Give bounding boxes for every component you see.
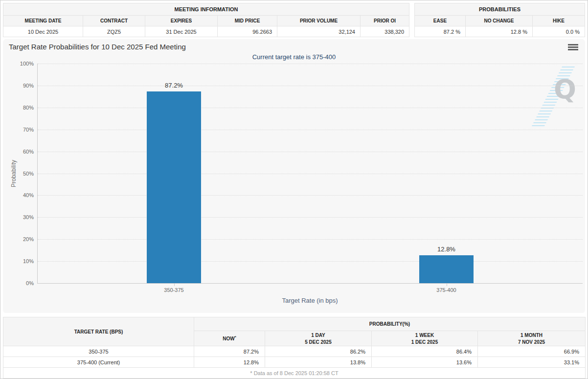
meeting-date-header: MEETING DATE [3,16,83,26]
now-column-header: NOW* [194,331,265,346]
history-table: TARGET RATE (BPS) PROBABILITY(%) NOW* 1 … [3,317,586,379]
meeting-date-value: 10 Dec 2025 [3,26,83,37]
hamburger-bar [568,44,578,45]
y-gridline [38,152,583,152]
fedwatch-page: MEETING INFORMATION MEETING DATE CONTRAC… [0,0,588,379]
y-gridline [38,261,583,262]
probabilities-title-row: PROBABILITIES [414,3,585,16]
plot-area: 0%10%20%30%40%50%60%70%80%90%100%87.2%35… [37,64,583,284]
prior-oi-value: 338,320 [361,26,409,37]
x-axis-tick [174,284,175,286]
chart-title: Target Rate Probabilities for 10 Dec 202… [9,43,186,51]
expires-value: 31 Dec 2025 [145,26,218,37]
y-axis-tick-label: 90% [5,83,34,89]
prior-volume-value: 32,124 [277,26,361,37]
y-axis-tick-label: 30% [5,214,34,220]
x-axis-tick-label: 350-375 [142,287,206,293]
bar-value-label: 87.2% [150,82,199,89]
hike-header: HIKE [532,16,585,26]
no-change-header: NO CHANGE [465,16,532,26]
one-month-label: 1 MONTH [520,333,543,338]
contract-value: ZQZ5 [83,26,145,37]
hike-value: 0.0 % [532,26,585,37]
contract-header: CONTRACT [83,16,145,26]
y-axis-tick-label: 40% [5,192,34,198]
y-axis-tick-label: 10% [5,258,34,264]
ease-header: EASE [414,16,465,26]
one-week-probability: 86.4% [372,346,478,357]
probability-chart-card: Target Rate Probabilities for 10 Dec 202… [3,39,585,313]
y-axis-tick-label: 80% [5,105,34,111]
probabilities-data-row: 87.2 % 12.8 % 0.0 % [414,26,585,37]
meeting-info-header-row: MEETING DATE CONTRACT EXPIRES MID PRICE … [3,16,409,26]
rate-range-label: 350-375 [3,346,194,357]
y-gridline [38,217,583,218]
chart-subtitle: Current target rate is 375-400 [3,53,585,61]
y-gridline [38,239,583,240]
one-month-date: 7 NOV 2025 [478,339,585,346]
one-week-probability: 13.6% [372,357,478,368]
hamburger-bar [568,49,578,50]
one-day-probability: 13.8% [265,357,372,368]
history-group-header-row: TARGET RATE (BPS) PROBABILITY(%) [3,317,586,331]
y-axis-tick-label: 70% [5,127,34,133]
top-summary-row: MEETING INFORMATION MEETING DATE CONTRAC… [3,3,585,37]
one-month-column-header: 1 MONTH7 NOV 2025 [478,331,586,346]
y-axis-tick-label: 0% [5,280,34,286]
y-gridline [38,86,583,86]
meeting-info-table: MEETING INFORMATION MEETING DATE CONTRAC… [3,3,409,37]
history-footnote-row: * Data as of 8 Dec 2025 01:20:58 CT [3,368,586,379]
data-as-of-note: * Data as of 8 Dec 2025 01:20:58 CT [3,368,586,379]
y-axis-tick-label: 60% [5,149,34,155]
no-change-value: 12.8 % [465,26,532,37]
now-probability: 12.8% [194,357,265,368]
expires-header: EXPIRES [145,16,218,26]
meeting-info-title-row: MEETING INFORMATION [3,3,409,16]
chart-menu-icon[interactable] [568,44,578,52]
x-axis-tick [447,284,447,286]
y-gridline [38,108,583,108]
now-label: NOW [223,336,234,341]
history-row-350-375: 350-375 87.2% 86.2% 86.4% 66.9% [3,346,586,357]
mid-price-value: 96.2663 [218,26,277,37]
y-gridline [38,130,583,130]
prior-volume-header: PRIOR VOLUME [277,16,361,26]
y-gridline [38,174,583,174]
y-axis-tick-label: 100% [5,61,34,67]
probability-pct-header: PROBABILITY(%) [194,317,586,331]
target-rate-bps-header: TARGET RATE (BPS) [3,317,194,346]
prior-oi-header: PRIOR OI [361,16,409,26]
probabilities-summary-table: PROBABILITIES EASE NO CHANGE HIKE 87.2 %… [414,3,585,37]
one-month-probability: 66.9% [478,346,586,357]
y-axis-tick-label: 50% [5,171,34,177]
y-axis-tick-label: 20% [5,236,34,242]
now-asterisk: * [235,335,236,339]
history-row-375-400: 375-400 (Current) 12.8% 13.8% 13.6% 33.1… [3,357,586,368]
now-probability: 87.2% [194,346,265,357]
one-day-probability: 86.2% [265,346,372,357]
probabilities-title: PROBABILITIES [414,3,585,16]
bar-375-400[interactable] [419,255,474,283]
hamburger-bar [568,46,578,48]
rate-range-label: 375-400 (Current) [3,357,194,368]
one-month-probability: 33.1% [478,357,586,368]
probabilities-header-row: EASE NO CHANGE HIKE [414,16,585,26]
bar-350-375[interactable] [147,91,201,283]
one-week-column-header: 1 WEEK1 DEC 2025 [372,331,478,346]
one-week-label: 1 WEEK [415,333,434,338]
y-gridline [38,64,583,64]
one-week-date: 1 DEC 2025 [372,339,477,346]
y-gridline [38,195,583,196]
one-day-date: 5 DEC 2025 [266,339,371,346]
one-day-column-header: 1 DAY5 DEC 2025 [265,331,372,346]
x-axis-tick-label: 375-400 [415,287,478,293]
ease-value: 87.2 % [414,26,465,37]
mid-price-header: MID PRICE [218,16,277,26]
meeting-info-title: MEETING INFORMATION [3,3,409,16]
one-day-label: 1 DAY [311,333,325,338]
meeting-info-data-row: 10 Dec 2025 ZQZ5 31 Dec 2025 96.2663 32,… [3,26,409,37]
bar-value-label: 12.8% [422,245,471,253]
x-axis-title: Target Rate (in bps) [37,297,583,304]
